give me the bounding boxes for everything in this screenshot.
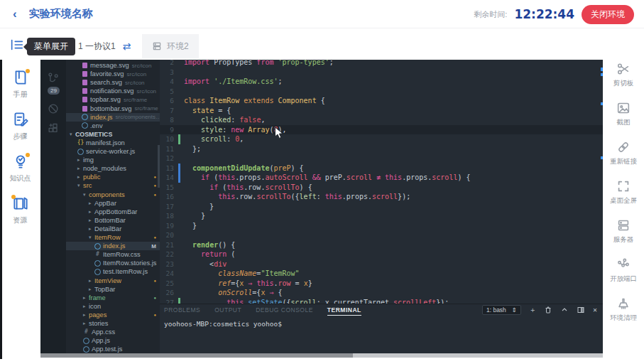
tree-row[interactable]: ▸DetailBar: [66, 225, 160, 233]
panel-tab-output[interactable]: OUTPUT: [214, 306, 241, 316]
chevron-right-icon: ▸: [89, 209, 94, 215]
chevron-right-icon: ▸: [83, 321, 89, 326]
tree-row[interactable]: ▸icon: [66, 302, 160, 311]
environment-icon: [152, 41, 162, 51]
split-terminal-icon[interactable]: [577, 306, 585, 314]
tree-row[interactable]: ▾ItemRow●: [66, 233, 160, 242]
maximize-panel-icon[interactable]: [560, 306, 569, 314]
tree-row[interactable]: test.ItemRow.js: [66, 267, 160, 276]
tree-row[interactable]: ▸img: [66, 156, 160, 164]
sidebar-item-book[interactable]: 手册: [11, 68, 30, 100]
tree-row[interactable]: ▸ItemView●: [66, 277, 160, 285]
chevron-right-icon: ▸: [89, 218, 94, 223]
line-number: 20: [160, 231, 178, 239]
code-text: if (this.props.autoScroll && preP.scroll…: [184, 173, 470, 181]
book-icon: [11, 68, 30, 87]
terminal-prompt[interactable]: yoohoos-MBP:cosmetics yoohoo$: [164, 320, 282, 328]
extensions-icon[interactable]: [46, 122, 60, 136]
tree-row[interactable]: topbar.svgsrc/frame: [66, 95, 160, 104]
code-text: this.row.scrollTo({left: this.props.scro…: [184, 193, 410, 200]
file-name: ItemView: [94, 277, 121, 284]
sidebar-item-label: 知识点: [10, 173, 31, 183]
tree-row[interactable]: ▸AppBottomBar: [66, 208, 160, 216]
sidebar-item-label: 步骤: [13, 132, 28, 141]
source-control-icon[interactable]: [46, 71, 60, 85]
swap-icon[interactable]: ⇄: [123, 41, 131, 51]
tree-row[interactable]: bottombar.svgsrc/frame: [66, 105, 160, 113]
code-editor-window[interactable]: 29 message.svgsrc/iconfavorite.svgsrc/ic…: [40, 60, 603, 358]
code-text: }: [184, 222, 197, 230]
tree-row[interactable]: ▸node_modules: [66, 164, 160, 173]
tree-row[interactable]: index.jsM: [66, 242, 160, 250]
tree-section[interactable]: ▾COSMETICS: [66, 130, 160, 139]
terminal-shell-select[interactable]: 1: bash⇕: [482, 305, 521, 315]
line-number: 15: [160, 183, 178, 191]
tree-row[interactable]: index.jssrc/components…M: [66, 113, 160, 122]
file-name: service-worker.js: [86, 148, 135, 155]
code-text: clicked: false,: [184, 116, 265, 124]
tree-row[interactable]: ItemRow.stories.js: [66, 259, 160, 267]
tree-row[interactable]: #App.css: [66, 328, 160, 336]
git-gutter-marker: [178, 230, 180, 240]
tree-row[interactable]: App.test.js: [66, 345, 160, 353]
tool-item-server[interactable]: 服务器: [613, 218, 634, 245]
close-panel-icon[interactable]: ✕: [593, 306, 597, 314]
tree-row[interactable]: favorite.svgsrc/icon: [66, 70, 160, 78]
tree-row[interactable]: ▸public●: [66, 173, 160, 181]
tree-row[interactable]: ▾components●: [66, 191, 160, 199]
tree-row[interactable]: ▸stories: [66, 319, 160, 328]
tool-item-ports[interactable]: 开放端口: [610, 257, 637, 284]
menu-expand-icon[interactable]: [9, 37, 25, 53]
code-line: 20: [160, 230, 603, 240]
tree-row[interactable]: message.svgsrc/icon: [66, 61, 160, 70]
tree-row[interactable]: ▾src●: [66, 181, 160, 190]
tool-item-clean[interactable]: 环境清理: [610, 296, 637, 323]
panel-tab-terminal[interactable]: TERMINAL: [327, 306, 361, 316]
tree-row[interactable]: search.svgsrc/icon: [66, 78, 160, 87]
tree-row[interactable]: notification.svgsrc/icon: [66, 87, 160, 95]
svg-file-icon: [82, 71, 88, 77]
kill-terminal-icon[interactable]: [544, 306, 552, 314]
tree-row[interactable]: {}manifest.json: [66, 139, 160, 147]
debug-icon[interactable]: [46, 102, 60, 116]
file-name: frame: [89, 294, 106, 301]
sidebar-item-resource[interactable]: 资源: [11, 194, 30, 225]
file-name: notification.svg: [90, 87, 134, 95]
git-gutter-marker: [178, 164, 180, 173]
panel-tab-problems[interactable]: PROBLEMS: [164, 306, 200, 316]
gear-file-icon: [83, 338, 89, 344]
tree-row[interactable]: #ItemRow.css: [66, 250, 160, 259]
tree-row[interactable]: ▸AppBar: [66, 199, 160, 208]
git-gutter-marker: [178, 115, 180, 125]
new-terminal-icon[interactable]: ＋: [529, 306, 536, 314]
tree-row[interactable]: ▸frame●: [66, 294, 160, 302]
file-name: manifest.json: [86, 139, 125, 146]
sidebar-item-bulb[interactable]: 知识点: [10, 152, 31, 183]
tool-item-label: 剪切板: [613, 79, 634, 88]
source-control-badge: 29: [48, 87, 60, 95]
tab-environment-2[interactable]: 环境2: [142, 34, 199, 58]
git-gutter-marker: [178, 106, 180, 116]
file-name: message.svg: [90, 62, 129, 69]
sidebar-item-steps[interactable]: 步骤: [11, 110, 30, 141]
code-text: render() {: [184, 241, 235, 249]
tooltip: 菜单展开: [27, 38, 75, 55]
tool-item-scissors[interactable]: 剪切板: [613, 61, 634, 88]
panel-tab-debug-console[interactable]: DEBUG CONSOLE: [256, 306, 313, 316]
code-line: 2import PropTypes from 'prop-types';: [160, 60, 603, 68]
code-area[interactable]: 2import PropTypes from 'prop-types';34im…: [160, 60, 603, 304]
close-environment-button[interactable]: 关闭环境: [582, 5, 634, 24]
horizontal-scrollbar[interactable]: [40, 353, 603, 358]
tree-row[interactable]: .env: [66, 122, 160, 130]
tree-row[interactable]: ▸BottomBar: [66, 216, 160, 225]
tree-row[interactable]: service-worker.js: [66, 147, 160, 156]
tool-item-fullscreen[interactable]: 桌面全屏: [610, 178, 637, 205]
tree-row[interactable]: App.js: [66, 336, 160, 345]
tool-item-link[interactable]: 重新链接: [610, 139, 637, 166]
scrollbar-thumb[interactable]: [40, 353, 353, 358]
tree-row[interactable]: ▸TopBar: [66, 285, 160, 294]
tree-row[interactable]: ▸pages●: [66, 311, 160, 319]
back-icon[interactable]: ‹: [13, 7, 17, 21]
tool-item-screenshot[interactable]: 截图: [616, 100, 631, 127]
tab-protocol-1[interactable]: 1 一协议1 ⇄: [70, 34, 139, 58]
